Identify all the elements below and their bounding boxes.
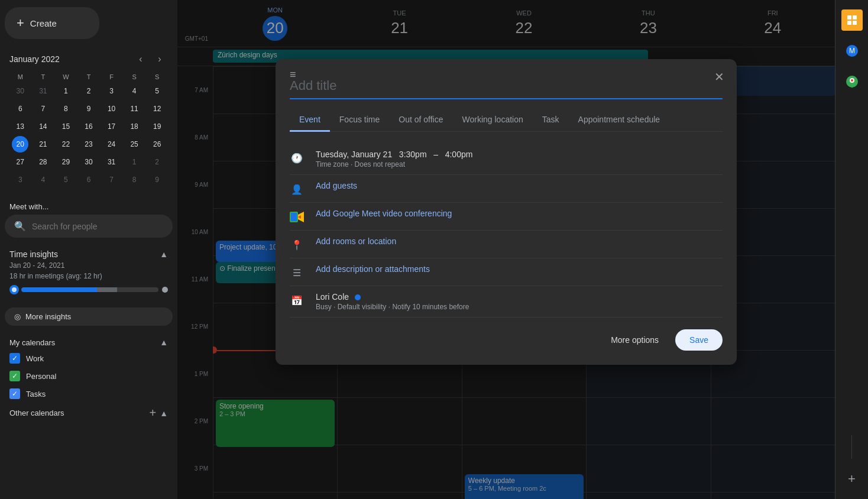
more-insights-icon: ◎ [14, 312, 21, 321]
mini-cal-day[interactable]: 7 [103, 171, 120, 188]
calendar-icon: 📅 [290, 293, 304, 307]
modal-overlay: ≡ ✕ Event Focus time Out of office Worki… [177, 0, 835, 499]
mini-cal-day[interactable]: 6 [12, 101, 28, 117]
mini-cal-day[interactable]: 9 [80, 101, 97, 117]
mini-cal-day[interactable]: 3 [103, 83, 120, 99]
datetime-sub[interactable]: Time zone · Does not repeat [316, 160, 723, 169]
add-description-link[interactable]: Add description or attachments [316, 264, 723, 274]
modal-guests-row: 👤 Add guests [290, 175, 723, 203]
mini-cal-day[interactable]: 22 [57, 136, 74, 153]
main-content: GMT+01 MON 20 TUE 21 WED 22 THU 23 FRI 2… [177, 0, 835, 499]
mini-cal-day[interactable]: 2 [80, 83, 97, 99]
mini-cal-today[interactable]: 20 [12, 136, 28, 153]
calendar-item-personal[interactable]: ✓ Personal [5, 367, 173, 385]
search-people-field[interactable] [32, 222, 163, 231]
more-options-button[interactable]: More options [601, 330, 668, 349]
mini-cal-day[interactable]: 8 [57, 101, 74, 117]
mini-calendar-prev[interactable]: ‹ [132, 51, 149, 67]
insights-bar [9, 285, 168, 294]
google-meet-right-icon[interactable]: M [841, 40, 863, 61]
mini-cal-day[interactable]: 4 [35, 171, 51, 188]
personal-calendar-checkbox[interactable]: ✓ [9, 371, 20, 381]
insights-bar-track [21, 287, 158, 292]
time-insights-section: Time insights ▲ Jan 20 - 24, 2021 18 hr … [5, 247, 173, 303]
insights-title: Time insights [9, 250, 58, 259]
google-maps-icon[interactable] [841, 71, 863, 92]
mini-cal-day[interactable]: 26 [149, 136, 166, 153]
other-calendars-header: Other calendars + ▲ [5, 403, 173, 423]
mini-cal-day[interactable]: 4 [126, 83, 142, 99]
tasks-calendar-checkbox[interactable]: ✓ [9, 388, 20, 399]
mini-calendar-next[interactable]: › [151, 51, 168, 67]
mini-cal-day[interactable]: 28 [35, 154, 51, 170]
work-calendar-checkbox[interactable]: ✓ [9, 353, 20, 364]
mini-cal-day[interactable]: 31 [103, 154, 120, 170]
create-button[interactable]: + Create [5, 7, 99, 39]
mini-cal-day[interactable]: 30 [12, 83, 28, 99]
modal-calendar-content: Lori Cole Busy · Default visibility · No… [316, 292, 723, 311]
event-title-input[interactable] [290, 73, 723, 99]
mini-cal-day[interactable]: 10 [103, 101, 120, 117]
mini-cal-day[interactable]: 1 [126, 154, 142, 170]
mini-cal-day[interactable]: 7 [35, 101, 51, 117]
calendar-item-work[interactable]: ✓ Work [5, 349, 173, 367]
mini-cal-day[interactable]: 13 [12, 118, 28, 135]
person-icon: 👤 [290, 182, 304, 196]
mini-cal-day[interactable]: 9 [149, 171, 166, 188]
mini-cal-day[interactable]: 12 [149, 101, 166, 117]
insights-chevron-icon[interactable]: ▲ [160, 250, 168, 259]
mini-cal-day[interactable]: 27 [12, 154, 28, 170]
calendar-item-tasks[interactable]: ✓ Tasks [5, 385, 173, 403]
mini-cal-day[interactable]: 24 [103, 136, 120, 153]
svg-rect-7 [847, 21, 851, 25]
mini-cal-day[interactable]: 21 [35, 136, 51, 153]
mini-cal-day[interactable]: 31 [35, 83, 51, 99]
add-icon[interactable]: + [841, 468, 863, 490]
mini-cal-day[interactable]: 3 [12, 171, 28, 188]
mini-cal-day[interactable]: 14 [35, 118, 51, 135]
event-create-modal: ≡ ✕ Event Focus time Out of office Worki… [276, 59, 737, 365]
tab-event[interactable]: Event [290, 109, 330, 132]
mini-cal-day[interactable]: 1 [57, 83, 74, 99]
mini-cal-day[interactable]: 15 [57, 118, 74, 135]
other-calendars-chevron-icon[interactable]: ▲ [160, 409, 168, 418]
tab-task[interactable]: Task [533, 109, 569, 132]
mini-cal-day[interactable]: 23 [80, 136, 97, 153]
mini-cal-day[interactable]: 30 [80, 154, 97, 170]
gmeet-icon [290, 210, 304, 224]
modal-description-content: Add description or attachments [316, 264, 723, 274]
mini-cal-day[interactable]: 5 [57, 171, 74, 188]
add-guests-link[interactable]: Add guests [316, 181, 723, 190]
mini-cal-day[interactable]: 5 [149, 83, 166, 99]
modal-close-button[interactable]: ✕ [708, 66, 730, 88]
datetime-main[interactable]: Tuesday, January 21 3:30pm – 4:00pm [316, 150, 723, 159]
mini-cal-day[interactable]: 18 [126, 118, 142, 135]
other-calendars-add-button[interactable]: + [148, 405, 157, 421]
google-apps-icon[interactable] [841, 9, 863, 31]
description-icon: ☰ [290, 265, 304, 280]
tab-focus-time[interactable]: Focus time [330, 109, 389, 132]
mini-cal-day[interactable]: 25 [126, 136, 142, 153]
modal-gmeet-row: Add Google Meet video conferencing [290, 203, 723, 231]
tab-appointment-schedule[interactable]: Appointment schedule [569, 109, 670, 132]
mini-cal-day[interactable]: 17 [103, 118, 120, 135]
tab-working-location[interactable]: Working location [453, 109, 533, 132]
mini-cal-day[interactable]: 16 [80, 118, 97, 135]
modal-tabs: Event Focus time Out of office Working l… [290, 109, 723, 132]
add-location-link[interactable]: Add rooms or location [316, 236, 723, 246]
mini-cal-day[interactable]: 29 [57, 154, 74, 170]
mini-cal-day[interactable]: 8 [126, 171, 142, 188]
mini-cal-day[interactable]: 2 [149, 154, 166, 170]
tab-out-of-office[interactable]: Out of office [389, 109, 452, 132]
svg-rect-2 [291, 213, 297, 221]
calendar-color-dot [355, 294, 361, 300]
save-button[interactable]: Save [675, 329, 723, 351]
add-gmeet-link[interactable]: Add Google Meet video conferencing [316, 209, 723, 218]
mini-cal-day[interactable]: 11 [126, 101, 142, 117]
search-people-input[interactable]: 🔍 [5, 215, 173, 238]
mini-cal-day[interactable]: 19 [149, 118, 166, 135]
more-insights-button[interactable]: ◎ More insights [5, 307, 173, 326]
calendar-name[interactable]: Lori Cole [316, 292, 723, 302]
mini-cal-day[interactable]: 6 [80, 171, 97, 188]
my-calendars-chevron-icon[interactable]: ▲ [160, 338, 168, 347]
